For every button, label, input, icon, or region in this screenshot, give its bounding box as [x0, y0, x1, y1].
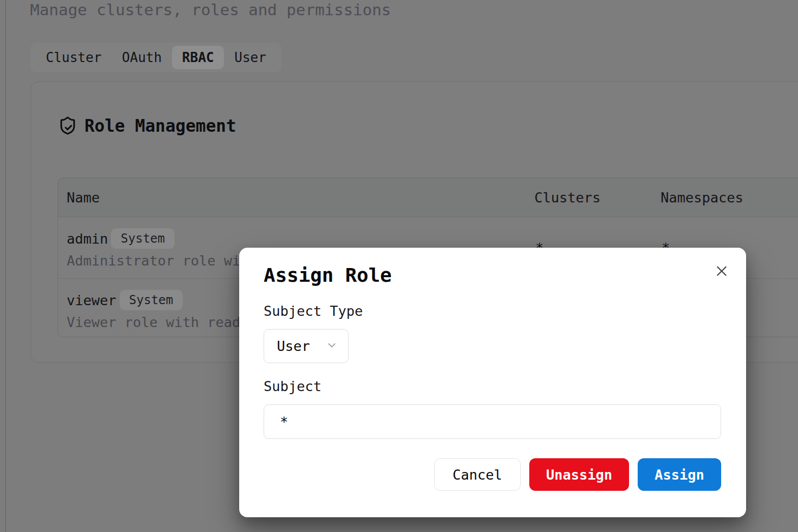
system-badge: System [111, 228, 175, 249]
chevron-down-icon [326, 339, 338, 353]
tab-cluster[interactable]: Cluster [36, 46, 112, 69]
subject-input[interactable] [264, 404, 721, 439]
system-badge: System [120, 290, 183, 310]
role-name-cell: admin System Administrator role wit [67, 228, 249, 270]
shield-check-icon [58, 115, 77, 136]
role-description: Viewer role with read [67, 314, 240, 331]
tab-rbac[interactable]: RBAC [172, 46, 224, 69]
tab-user[interactable]: User [224, 46, 276, 69]
cancel-button[interactable]: Cancel [434, 458, 521, 491]
card-title: Role Management [84, 116, 236, 136]
modal-button-row: Cancel Unassign Assign [264, 458, 721, 491]
page-subtitle: Manage clusters, roles and permissions [30, 1, 391, 18]
role-description: Administrator role wit [67, 252, 249, 270]
column-header-name: Name [67, 178, 100, 217]
page-left-border [5, 0, 6, 532]
assign-button[interactable]: Assign [638, 458, 721, 491]
table-header-row: Name Clusters Namespaces [58, 178, 798, 217]
tab-oauth[interactable]: OAuth [112, 46, 172, 69]
subject-type-value: User [277, 338, 326, 354]
role-name: admin [67, 231, 108, 247]
role-name: viewer [67, 292, 117, 308]
modal-title: Assign Role [264, 263, 392, 287]
close-icon[interactable] [715, 264, 729, 278]
column-header-clusters: Clusters [534, 178, 601, 217]
subject-type-select[interactable]: User [264, 329, 349, 363]
role-name-cell: viewer System Viewer role with read [67, 290, 240, 331]
subject-label: Subject [264, 378, 322, 395]
assign-role-modal: Assign Role Subject Type User Subject Ca… [239, 248, 746, 517]
column-header-namespaces: Namespaces [661, 178, 744, 217]
tab-bar: Cluster OAuth RBAC User [31, 43, 281, 72]
card-header: Role Management [58, 115, 236, 136]
screen: Manage clusters, roles and permissions C… [0, 0, 798, 532]
unassign-button[interactable]: Unassign [529, 458, 629, 491]
subject-type-label: Subject Type [264, 303, 363, 320]
